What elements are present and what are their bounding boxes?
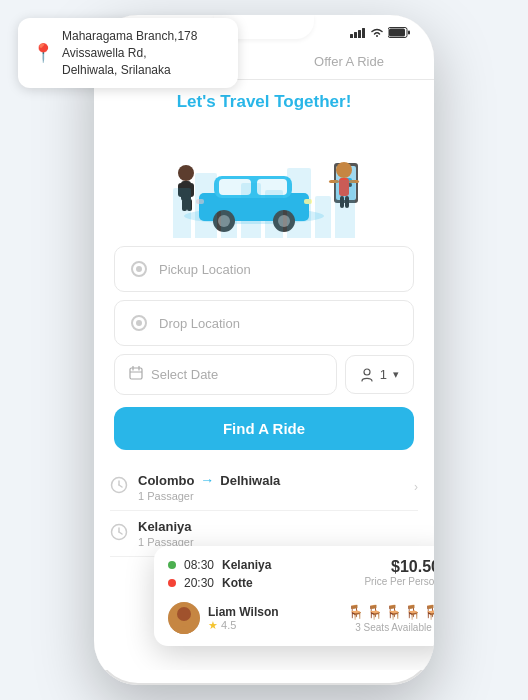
seat-1-icon: 🪑 (347, 604, 364, 620)
passenger-count: 1 (380, 367, 387, 382)
svg-line-45 (119, 532, 122, 534)
seat-3-icon: 🪑 (385, 604, 402, 620)
driver-rating: ★ 4.5 (208, 619, 279, 632)
popup-price-label: Price Per Person (364, 576, 434, 587)
ride-route-1: Colombo → Delhiwala (138, 472, 404, 488)
tooltip-location-text: Maharagama Branch,178 Avissawella Rd,Del… (62, 28, 224, 78)
building-8 (335, 180, 355, 238)
search-form: Pickup Location Drop Location (94, 238, 434, 464)
drop-location-field[interactable]: Drop Location (114, 300, 414, 346)
tab-offer-ride[interactable]: Offer A Ride (264, 44, 434, 79)
status-icons (350, 27, 410, 38)
clock-svg-2 (110, 523, 128, 541)
svg-point-39 (364, 369, 370, 375)
svg-line-42 (119, 485, 122, 487)
seats-section: 🪑 🪑 🪑 🪑 🪑 3 Seats Available (347, 604, 434, 633)
svg-rect-35 (130, 368, 142, 379)
star-icon: ★ (208, 619, 218, 631)
svg-point-47 (177, 607, 191, 621)
departure-city: Kelaniya (222, 558, 271, 572)
svg-rect-6 (408, 31, 410, 35)
popup-times: 08:30 Kelaniya 20:30 Kotte (168, 558, 364, 594)
calendar-icon (129, 366, 143, 383)
ride-passengers-1: 1 Passager (138, 490, 404, 502)
departure-dot (168, 561, 176, 569)
popup-time-departure: 08:30 Kelaniya (168, 558, 364, 572)
seat-4-icon: 🪑 (404, 604, 421, 620)
drop-location-label: Drop Location (159, 316, 240, 331)
arrival-dot (168, 579, 176, 587)
passenger-field[interactable]: 1 ▾ (345, 355, 414, 394)
ride-chevron-1: › (414, 480, 418, 494)
date-label: Select Date (151, 367, 218, 382)
avatar-svg (168, 602, 200, 634)
pickup-location-label: Pickup Location (159, 262, 251, 277)
hero-illustration (94, 118, 434, 238)
ride-route-2: Kelaniya (138, 519, 418, 534)
location-pin-icon: 📍 (32, 42, 54, 64)
svg-rect-1 (354, 32, 357, 38)
building-3 (221, 198, 237, 238)
svg-rect-5 (389, 29, 405, 37)
svg-rect-3 (362, 28, 365, 38)
popup-price: $10.50 (364, 558, 434, 576)
date-passenger-row: Select Date 1 ▾ (114, 354, 414, 395)
find-ride-button[interactable]: Find A Ride (114, 407, 414, 450)
building-2 (195, 173, 217, 238)
drop-circle-icon (129, 313, 149, 333)
arrival-city: Kotte (222, 576, 253, 590)
popup-driver: Liam Wilson ★ 4.5 (168, 602, 279, 634)
ride-arrow-1: → (200, 472, 214, 488)
seat-5-icon: 🪑 (423, 604, 434, 620)
departure-time: 08:30 (184, 558, 214, 572)
pickup-circle-icon (129, 259, 149, 279)
building-1 (173, 188, 191, 238)
ride-info-2: Kelaniya 1 Passager (138, 519, 418, 548)
clock-svg-1 (110, 476, 128, 494)
phone-frame: 9:41 Find A Ride Offe (94, 15, 434, 685)
popup-bottom-row: Liam Wilson ★ 4.5 🪑 🪑 🪑 🪑 🪑 (168, 602, 434, 634)
seats-icons: 🪑 🪑 🪑 🪑 🪑 (347, 604, 434, 620)
seat-2-icon: 🪑 (366, 604, 383, 620)
popup-card[interactable]: 08:30 Kelaniya 20:30 Kotte $10.50 Price … (154, 546, 434, 646)
building-5 (265, 190, 283, 238)
location-tooltip: 📍 Maharagama Branch,178 Avissawella Rd,D… (18, 18, 238, 88)
svg-rect-2 (358, 30, 361, 38)
ride-item[interactable]: Colombo → Delhiwala 1 Passager › (110, 464, 418, 511)
building-7 (315, 196, 331, 238)
driver-info: Liam Wilson ★ 4.5 (208, 605, 279, 632)
app-body: Let's Travel Together! (94, 80, 434, 670)
popup-price-section: $10.50 Price Per Person (364, 558, 434, 587)
buildings-background (94, 168, 434, 238)
svg-rect-0 (350, 34, 353, 38)
building-4 (241, 183, 261, 238)
ride-list: Colombo → Delhiwala 1 Passager › (94, 464, 434, 557)
popup-top-row: 08:30 Kelaniya 20:30 Kotte $10.50 Price … (168, 558, 434, 594)
wifi-icon (370, 28, 384, 38)
clock-icon-2 (110, 523, 128, 545)
building-6 (287, 168, 311, 238)
calendar-svg (129, 366, 143, 380)
pickup-location-field[interactable]: Pickup Location (114, 246, 414, 292)
select-date-field[interactable]: Select Date (114, 354, 337, 395)
signal-icon (350, 28, 366, 38)
clock-icon-1 (110, 476, 128, 498)
popup-time-arrival: 20:30 Kotte (168, 576, 364, 590)
person-icon (360, 368, 374, 382)
battery-icon (388, 27, 410, 38)
arrival-time: 20:30 (184, 576, 214, 590)
driver-avatar (168, 602, 200, 634)
seats-label: 3 Seats Available (347, 622, 434, 633)
driver-name: Liam Wilson (208, 605, 279, 619)
passenger-chevron-icon: ▾ (393, 368, 399, 381)
ride-info-1: Colombo → Delhiwala 1 Passager (138, 472, 404, 502)
